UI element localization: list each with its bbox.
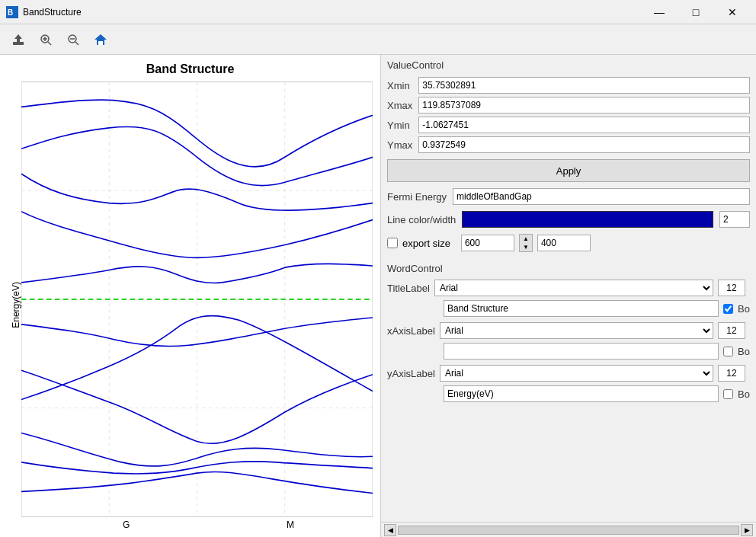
zoom-out-button[interactable] bbox=[61, 27, 85, 52]
yaxis-bold-label: Bo bbox=[738, 388, 750, 400]
fermi-energy-row: Fermi Energy bbox=[381, 185, 756, 208]
line-width-input[interactable] bbox=[719, 211, 750, 228]
apply-row: Apply bbox=[381, 156, 756, 185]
value-control-form: Xmin Xmax Ymin Ymax bbox=[381, 74, 756, 156]
title-size-input[interactable] bbox=[718, 280, 745, 296]
svg-text:B: B bbox=[8, 8, 13, 17]
chart-panel: Band Structure Energy(eV) bbox=[0, 55, 381, 537]
ymax-label: Ymax bbox=[387, 139, 412, 151]
svg-marker-4 bbox=[14, 34, 22, 42]
home-button[interactable] bbox=[88, 27, 113, 52]
yaxis-label-label: yAxisLabel bbox=[387, 368, 435, 379]
xaxis-text-input[interactable] bbox=[444, 343, 719, 360]
svg-line-10 bbox=[75, 42, 78, 45]
xaxis-label-label: xAxisLabel bbox=[387, 325, 435, 337]
xmax-input[interactable] bbox=[418, 97, 750, 113]
ymin-input[interactable] bbox=[418, 117, 750, 133]
chart-title: Band Structure bbox=[146, 62, 235, 76]
yaxis-size-input[interactable] bbox=[718, 365, 745, 382]
width-spinner[interactable]: ▲ ▼ bbox=[519, 234, 533, 252]
xaxis-label-row: xAxisLabel Arial Times New Roman Courier… bbox=[381, 320, 756, 341]
yaxis-font-select[interactable]: Arial Times New Roman Courier New bbox=[440, 365, 713, 382]
yaxis-text-row: Bo bbox=[381, 384, 756, 405]
maximize-button[interactable]: □ bbox=[678, 0, 713, 24]
title-font-select[interactable]: Arial Times New Roman Courier New bbox=[434, 280, 713, 296]
app-icon: B bbox=[6, 6, 18, 18]
title-bold-label: Bo bbox=[738, 303, 750, 315]
xmin-label: Xmin bbox=[387, 80, 412, 91]
export-size-checkbox[interactable] bbox=[387, 238, 398, 248]
minimize-button[interactable]: — bbox=[642, 0, 677, 24]
x-label-m: M bbox=[287, 519, 294, 530]
chart-svg-area[interactable]: 0 0.5 -0.5 -1 bbox=[21, 81, 373, 518]
chart-container: Energy(eV) bbox=[8, 81, 373, 530]
svg-rect-3 bbox=[13, 43, 24, 45]
window-title: BandStructure bbox=[23, 7, 642, 18]
export-width-input[interactable] bbox=[461, 235, 514, 251]
xaxis-font-select[interactable]: Arial Times New Roman Courier New bbox=[440, 322, 713, 339]
scroll-left-arrow[interactable]: ◀ bbox=[384, 524, 396, 536]
main-content: Band Structure Energy(eV) bbox=[0, 55, 756, 537]
svg-line-6 bbox=[48, 42, 51, 45]
title-text-input[interactable] bbox=[444, 300, 719, 317]
apply-button[interactable]: Apply bbox=[387, 159, 750, 182]
xaxis-text-row: Bo bbox=[381, 341, 756, 363]
value-control-header: ValueControl bbox=[381, 55, 756, 74]
ymin-label: Ymin bbox=[387, 120, 412, 131]
export-size-label: export size bbox=[402, 238, 450, 249]
yaxis-label-row: yAxisLabel Arial Times New Roman Courier… bbox=[381, 363, 756, 384]
y-axis-label: Energy(eV) bbox=[8, 81, 21, 530]
xaxis-bold-label: Bo bbox=[738, 346, 750, 357]
scrollbar-track[interactable] bbox=[398, 526, 739, 535]
x-axis-labels: G M bbox=[21, 518, 373, 530]
right-panel: ValueControl Xmin Xmax Ymin Ymax Apply F… bbox=[381, 55, 756, 537]
title-text-row: Bo bbox=[381, 299, 756, 320]
zoom-in-button[interactable] bbox=[34, 27, 58, 52]
x-label-g: G bbox=[123, 519, 130, 530]
fermi-energy-input[interactable] bbox=[453, 188, 750, 205]
line-color-row: Line color/width bbox=[381, 208, 756, 231]
toolbar bbox=[0, 24, 756, 55]
export-size-row: export size ▲ ▼ bbox=[381, 231, 756, 255]
yaxis-bold-checkbox[interactable] bbox=[723, 389, 733, 399]
fermi-energy-label: Fermi Energy bbox=[387, 191, 447, 203]
line-color-label: Line color/width bbox=[387, 214, 456, 225]
svg-rect-2 bbox=[13, 42, 24, 43]
title-bar: B BandStructure — □ ✕ bbox=[0, 0, 756, 24]
export-height-input[interactable] bbox=[537, 235, 591, 251]
xmax-label: Xmax bbox=[387, 100, 412, 111]
title-label-row: TitleLabel Arial Times New Roman Courier… bbox=[381, 277, 756, 299]
xaxis-bold-checkbox[interactable] bbox=[723, 347, 733, 356]
svg-rect-13 bbox=[98, 41, 103, 45]
xaxis-size-input[interactable] bbox=[718, 322, 745, 339]
xmin-input[interactable] bbox=[418, 77, 750, 94]
title-bold-checkbox[interactable] bbox=[723, 304, 733, 314]
ymax-input[interactable] bbox=[418, 136, 750, 153]
export-button[interactable] bbox=[6, 27, 30, 52]
yaxis-text-input[interactable] bbox=[444, 385, 719, 402]
word-control-header: WordControl bbox=[381, 258, 756, 277]
chart-inner: 0 0.5 -0.5 -1 bbox=[21, 81, 373, 530]
close-button[interactable]: ✕ bbox=[715, 0, 750, 24]
width-spinner-down[interactable]: ▼ bbox=[520, 243, 532, 251]
title-label-label: TitleLabel bbox=[387, 283, 430, 294]
width-spinner-up[interactable]: ▲ bbox=[520, 235, 532, 243]
scroll-right-arrow[interactable]: ▶ bbox=[741, 524, 753, 536]
line-color-swatch[interactable] bbox=[462, 211, 713, 228]
horizontal-scrollbar[interactable]: ◀ ▶ bbox=[381, 522, 756, 537]
window-controls: — □ ✕ bbox=[642, 0, 750, 24]
